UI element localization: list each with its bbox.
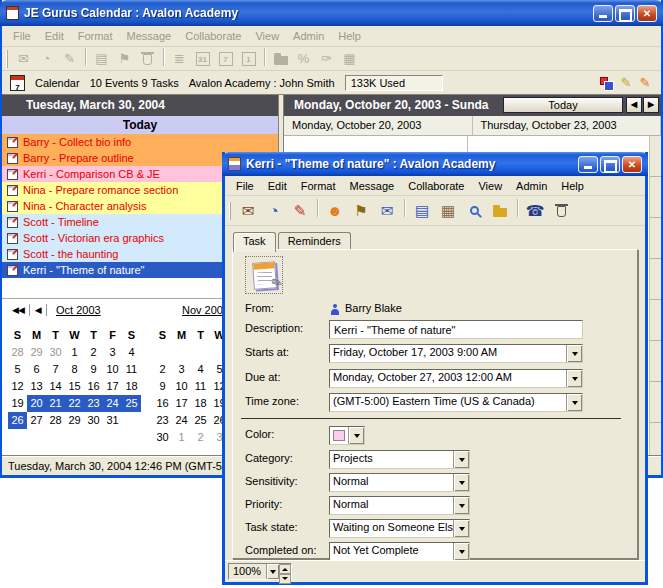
prev-month-button[interactable]: ◀ <box>30 304 47 316</box>
chevron-down-icon[interactable] <box>453 474 469 491</box>
prev-week-button[interactable]: ◀ <box>626 97 642 113</box>
prev-year-button[interactable]: ◀◀ <box>7 304 30 316</box>
mini-cal-day[interactable]: 4 <box>122 344 141 361</box>
mini-cal-day[interactable]: 15 <box>65 378 84 395</box>
chevron-down-icon[interactable] <box>453 543 469 560</box>
dialog-minimize-button[interactable] <box>578 156 598 173</box>
chevron-down-icon[interactable] <box>566 370 582 387</box>
mini-cal-day[interactable]: 11 <box>122 361 141 378</box>
mini-cal-day[interactable]: 9 <box>153 378 172 395</box>
new-alarm-icon[interactable]: ◔ <box>261 199 287 223</box>
mini-cal-day[interactable]: 23 <box>84 395 103 412</box>
mini-cal-day[interactable]: 19 <box>8 395 27 412</box>
edit-pencil-icon[interactable]: ✎ <box>618 72 634 93</box>
new-task-icon[interactable]: ✎ <box>287 199 313 223</box>
mini-cal-day[interactable]: 5 <box>8 361 27 378</box>
mini-cal-day[interactable]: 10 <box>172 378 191 395</box>
signature-pencil-icon[interactable]: ✎ <box>637 72 653 93</box>
mini-cal-day[interactable]: 21 <box>46 395 65 412</box>
mini-cal-day[interactable]: 9 <box>84 361 103 378</box>
chevron-down-icon[interactable] <box>566 394 582 411</box>
mini-cal-day[interactable]: 2 <box>84 344 103 361</box>
mini-cal-day[interactable]: 23 <box>153 412 172 429</box>
mini-cal-day[interactable]: 17 <box>172 395 191 412</box>
menu-item-help[interactable]: Help <box>554 177 591 195</box>
timezone-select[interactable]: (GMT-5:00) Eastern Time (US & Canada) <box>329 393 583 412</box>
minimize-button[interactable] <box>593 5 613 22</box>
completed-on-select[interactable]: Not Yet Complete <box>329 542 470 561</box>
mini-cal-day[interactable]: 8 <box>65 361 84 378</box>
menu-item-edit[interactable]: Edit <box>261 177 294 195</box>
mini-cal-day[interactable]: 11 <box>191 378 210 395</box>
task-state-select[interactable]: Waiting on Someone Else <box>329 519 470 538</box>
delete-icon[interactable] <box>548 199 574 223</box>
mini-cal-day[interactable]: 30 <box>46 344 65 361</box>
mini-cal-day[interactable]: 6 <box>27 361 46 378</box>
assign-icon[interactable]: ⚑ <box>348 199 374 223</box>
next-week-button[interactable]: ▶ <box>643 97 659 113</box>
zoom-dropdown-button[interactable] <box>266 564 279 579</box>
priority-select[interactable]: Normal <box>329 496 470 515</box>
chevron-down-icon[interactable] <box>453 451 469 468</box>
mini-cal-day[interactable]: 2 <box>153 361 172 378</box>
menu-item-admin[interactable]: Admin <box>509 177 554 195</box>
mini-cal-day[interactable]: 13 <box>27 378 46 395</box>
mini-cal-day[interactable]: 3 <box>103 344 122 361</box>
dialog-maximize-button[interactable] <box>600 156 620 173</box>
zoom-up-button[interactable] <box>279 564 291 574</box>
mini-cal-day[interactable]: 2 <box>191 429 210 446</box>
zoom-down-button[interactable] <box>279 574 291 584</box>
mini-cal-day[interactable]: 24 <box>172 412 191 429</box>
color-select[interactable] <box>329 426 365 445</box>
mini-cal-day[interactable]: 16 <box>84 378 103 395</box>
contact-icon[interactable]: ☻ <box>322 199 348 223</box>
new-call-icon[interactable]: ☎ <box>522 199 548 223</box>
mini-cal-day[interactable]: 20 <box>27 395 46 412</box>
search-icon[interactable] <box>461 199 487 223</box>
chevron-down-icon[interactable] <box>453 520 469 537</box>
menu-item-message[interactable]: Message <box>343 177 402 195</box>
chevron-down-icon[interactable] <box>453 497 469 514</box>
task-item[interactable]: Barry - Collect bio info <box>2 134 278 150</box>
notes-icon[interactable]: ▤ <box>409 199 435 223</box>
mini-cal-day[interactable]: 3 <box>172 361 191 378</box>
mini-cal-day[interactable]: 4 <box>191 361 210 378</box>
sensitivity-select[interactable]: Normal <box>329 473 470 492</box>
mini-cal-day[interactable]: 28 <box>8 344 27 361</box>
folder-icon[interactable] <box>487 199 513 223</box>
starts-at-select[interactable]: Friday, October 17, 2003 9:00 AM <box>329 344 583 363</box>
menu-item-file[interactable]: File <box>229 177 261 195</box>
minical-month-link-oct[interactable]: Oct 2003 <box>56 304 101 316</box>
print-icon[interactable]: ▦ <box>435 199 461 223</box>
mini-cal-day[interactable]: 7 <box>46 361 65 378</box>
today-button[interactable]: Today <box>503 97 623 113</box>
chevron-down-icon[interactable] <box>348 427 364 444</box>
mini-cal-day[interactable]: 17 <box>103 378 122 395</box>
category-select[interactable]: Projects <box>329 450 470 469</box>
mini-cal-day[interactable]: 29 <box>27 344 46 361</box>
mini-cal-day[interactable]: 31 <box>103 412 122 429</box>
mini-cal-day[interactable]: 18 <box>191 395 210 412</box>
mini-cal-day[interactable]: 16 <box>153 395 172 412</box>
menu-item-collaborate[interactable]: Collaborate <box>401 177 471 195</box>
mini-cal-day[interactable]: 28 <box>46 412 65 429</box>
calendar-scrollbar[interactable] <box>649 136 661 455</box>
tab-reminders[interactable]: Reminders <box>278 232 351 250</box>
mini-cal-day[interactable]: 24 <box>103 395 122 412</box>
mini-cal-day[interactable]: 25 <box>191 412 210 429</box>
menu-item-format[interactable]: Format <box>294 177 343 195</box>
mini-cal-day[interactable]: 29 <box>65 412 84 429</box>
mini-cal-day[interactable]: 30 <box>153 429 172 446</box>
maximize-button[interactable] <box>615 5 635 22</box>
mini-cal-day[interactable]: 10 <box>103 361 122 378</box>
mail-link-icon[interactable]: ✉ <box>374 199 400 223</box>
chevron-down-icon[interactable] <box>566 345 582 362</box>
close-button[interactable]: ✕ <box>637 5 657 22</box>
description-input[interactable] <box>329 320 583 339</box>
tab-task[interactable]: Task <box>233 232 276 252</box>
copy-color-icon[interactable] <box>599 72 615 93</box>
new-event-icon[interactable]: ✉ <box>235 199 261 223</box>
menu-item-view[interactable]: View <box>471 177 509 195</box>
dialog-close-button[interactable]: ✕ <box>622 156 642 173</box>
mini-cal-day[interactable]: 12 <box>8 378 27 395</box>
